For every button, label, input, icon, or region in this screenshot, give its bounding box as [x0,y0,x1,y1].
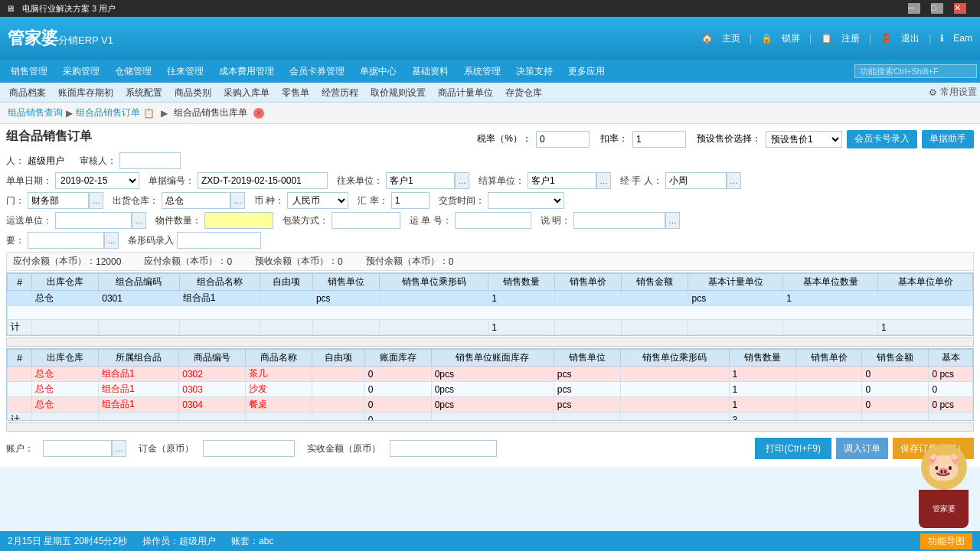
status-bar: 2月15日 星期五 20时45分2秒 操作员： 超级用户 账套： abc 功能导… [0,531,980,551]
nav-bill[interactable]: 单据中心 [352,60,404,83]
app-logo: 管家婆分销ERP V1 [8,27,113,50]
to-unit-field: … [386,172,469,189]
header-actions: 税率（%）： 扣率： 预设售价选择： 预设售价1 会员卡号录入 单据助手 [477,130,974,148]
breadcrumb-order[interactable]: 组合品销售订单 [76,106,140,119]
settle-unit-btn[interactable]: … [596,172,611,189]
actual-amount-input[interactable] [390,440,497,457]
doc-number-input[interactable] [198,172,328,189]
exit-link[interactable]: 退出 [901,32,920,45]
tax-rate-input[interactable] [536,131,590,148]
nav-decision[interactable]: 决策支持 [508,60,560,83]
lower-table-row[interactable]: 总仓 组合品1 0304 餐桌 0 0pcs pcs 1 0 0 pcs [8,397,973,412]
nav-system[interactable]: 系统管理 [456,60,508,83]
col-sale-barcode: 销售单位乘形码 [380,274,488,291]
nav-more[interactable]: 更多应用 [560,60,612,83]
account-set-label: 账套： [231,535,259,548]
order-amount-input[interactable] [203,440,295,457]
nav-member[interactable]: 会员卡券管理 [282,60,352,83]
close-btn[interactable]: ✕ [954,3,966,14]
prepay-value: 0 [449,256,454,267]
to-unit-input[interactable] [386,172,455,189]
register-link[interactable]: 注册 [841,32,860,45]
nav-warehouse[interactable]: 仓储管理 [107,60,159,83]
func-map-btn[interactable]: 功能导图 [920,533,972,549]
lower-table-row[interactable]: 总仓 组合品1 0302 茶几 0 0pcs pcs 1 0 0 pcs [8,367,973,382]
cell-combo-code: 0301 [99,291,179,306]
nav-cost[interactable]: 成本费用管理 [211,60,282,83]
lcol-stock: 账面库存 [364,350,431,367]
upper-scrollbar[interactable] [6,337,974,347]
subnav-price-rule[interactable]: 取价规则设置 [364,83,432,103]
payable-label: 应付余额（本币）： [13,255,96,268]
ship-no-input[interactable] [455,212,531,229]
lock-link[interactable]: 锁屏 [782,32,800,45]
account-btn[interactable]: … [112,440,126,457]
nav-sales[interactable]: 销售管理 [3,60,55,83]
discount-input[interactable] [632,131,686,148]
settle-unit-input[interactable] [528,172,596,189]
lrow2-stock: 0 [364,382,431,397]
lower-table-row[interactable]: 总仓 组合品1 0303 沙发 0 0pcs pcs 1 0 0 [8,382,973,397]
require-input[interactable] [28,232,104,249]
date-select[interactable]: 2019-02-15 [55,172,139,189]
settings-btn[interactable]: ⚙ 常用设置 [929,86,977,99]
remark-btn[interactable]: … [665,212,680,229]
mascot-body: 管家婆 [919,490,969,528]
currency-select[interactable]: 人民币 [287,192,348,209]
maximize-btn[interactable]: □ [931,3,943,14]
to-unit-btn[interactable]: … [455,172,469,189]
cell-free [260,291,313,306]
subnav-measure[interactable]: 商品计量单位 [432,83,499,103]
dept-input[interactable] [28,192,89,209]
help-btn[interactable]: 单据助手 [922,130,974,148]
subnav-purchase-in[interactable]: 采购入库单 [217,83,276,103]
parts-count-input[interactable] [204,212,273,229]
footer-w [32,320,99,335]
subnav-history[interactable]: 经营历程 [315,83,364,103]
table-row[interactable]: 总仓 0301 组合品1 pcs 1 pcs 1 [8,291,973,306]
window-controls[interactable]: ─ □ ✕ [908,3,974,14]
minimize-btn[interactable]: ─ [908,3,920,14]
lcol-barcode: 销售单位乘形码 [620,350,729,367]
import-btn[interactable]: 调入订单 [836,438,888,459]
lower-scrollbar[interactable] [6,422,974,432]
require-btn[interactable]: … [104,232,119,249]
nav-basic[interactable]: 基础资料 [404,60,456,83]
handler-input[interactable] [665,172,727,189]
dept-btn[interactable]: … [89,192,103,209]
close-tab-btn[interactable]: ✕ [253,108,264,119]
barcode-input[interactable] [177,232,261,249]
packing-input[interactable] [332,212,400,229]
warehouse-input[interactable] [162,192,230,209]
remark-input[interactable] [573,212,665,229]
function-search[interactable] [854,64,977,78]
account-input[interactable] [43,440,112,457]
review-input[interactable] [119,152,181,169]
lrow2-free [312,382,365,397]
breadcrumb-query[interactable]: 组品销售查询 [8,106,63,119]
lrow1-no [8,367,32,382]
home-link[interactable]: 主页 [722,32,740,45]
subnav-retail[interactable]: 零售单 [276,83,315,103]
subnav-goods-file[interactable]: 商品档案 [3,83,52,103]
cell-warehouse: 总仓 [32,291,99,306]
subnav-config[interactable]: 系统配置 [119,83,168,103]
subnav-warehouse[interactable]: 存货仓库 [499,83,548,103]
warehouse-btn[interactable]: … [230,192,245,209]
handler-btn[interactable]: … [727,172,741,189]
pre-sale-select[interactable]: 预设售价1 [766,131,842,148]
shipping-unit-btn[interactable]: … [132,212,146,229]
nav-purchase[interactable]: 采购管理 [55,60,107,83]
sub-nav: 商品档案 账面库存期初 系统配置 商品类别 采购入库单 零售单 经营历程 取价规… [0,83,980,103]
member-card-btn[interactable]: 会员卡号录入 [847,130,917,148]
trans-time-select[interactable] [488,192,564,209]
footer-label: 计 [8,320,32,335]
exchange-input[interactable] [391,192,430,209]
subnav-goods-cat[interactable]: 商品类别 [168,83,217,103]
prepay-label: 预付余额（本币）： [366,255,449,268]
shipping-unit-input[interactable] [55,212,132,229]
footer-bq [783,320,878,335]
nav-transaction[interactable]: 往来管理 [159,60,211,83]
print-btn[interactable]: 打印(Ctrl+F9) [755,438,831,459]
subnav-init-stock[interactable]: 账面库存期初 [52,83,119,103]
